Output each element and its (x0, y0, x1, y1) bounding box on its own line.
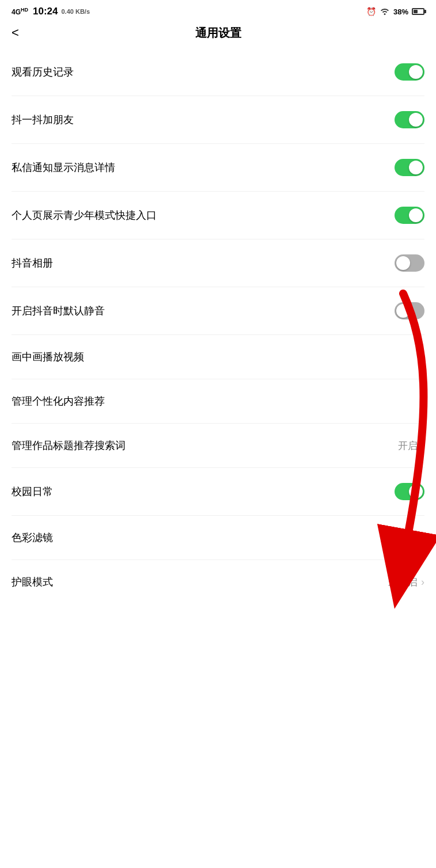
setting-control-shake-add-friend[interactable] (395, 111, 424, 128)
chevron-icon-manage-personalized: › (421, 395, 424, 408)
status-text-eye-care: 未开启 (388, 576, 418, 589)
setting-control-youth-mode-shortcut[interactable] (395, 207, 424, 224)
setting-label-shake-add-friend: 抖一抖加朋友 (12, 113, 74, 127)
setting-item-manage-personalized[interactable]: 管理个性化内容推荐 › (12, 379, 424, 424)
setting-item-watch-history: 观看历史记录 (12, 48, 424, 96)
setting-label-pip-video: 画中画播放视频 (12, 350, 84, 364)
setting-control-private-msg-notify[interactable] (395, 159, 424, 176)
setting-item-color-filter[interactable]: 色彩滤镜 未开启 › (12, 516, 424, 560)
status-text-color-filter: 未开启 (388, 531, 418, 545)
setting-control-eye-care[interactable]: 未开启 › (388, 576, 424, 589)
setting-label-youth-mode-shortcut: 个人页展示青少年模式快捷入口 (12, 208, 157, 222)
chevron-icon-eye-care: › (421, 576, 424, 588)
settings-list: 观看历史记录 抖一抖加朋友 私信通知显示消息详情 (0, 48, 436, 604)
status-left: 4GHD 10:24 0.40 KB/s (12, 6, 90, 17)
toggle-campus-daily[interactable] (395, 483, 424, 500)
toggle-douyin-album[interactable] (395, 254, 424, 272)
battery-display: 38% (393, 7, 408, 16)
setting-control-pip-video[interactable]: › (421, 351, 424, 363)
setting-label-douyin-album: 抖音相册 (12, 256, 53, 270)
setting-item-youth-mode-shortcut: 个人页展示青少年模式快捷入口 (12, 192, 424, 239)
setting-item-private-msg-notify: 私信通知显示消息详情 (12, 144, 424, 192)
setting-label-color-filter: 色彩滤镜 (12, 531, 53, 545)
setting-label-watch-history: 观看历史记录 (12, 65, 74, 79)
time-display: 10:24 (33, 6, 58, 17)
back-button[interactable]: < (12, 26, 19, 39)
toggle-private-msg-notify[interactable] (395, 159, 424, 176)
alarm-icon: ⏰ (366, 7, 376, 16)
toggle-shake-add-friend[interactable] (395, 111, 424, 128)
setting-control-manage-personalized[interactable]: › (421, 395, 424, 408)
setting-item-eye-care[interactable]: 护眼模式 未开启 › (12, 560, 424, 604)
setting-control-default-mute[interactable] (395, 302, 424, 319)
setting-control-douyin-album[interactable] (395, 254, 424, 272)
toggle-watch-history[interactable] (395, 63, 424, 81)
setting-item-manage-title-search[interactable]: 管理作品标题推荐搜索词 开启 › (12, 424, 424, 468)
status-bar: 4GHD 10:24 0.40 KB/s ⏰ 38% (0, 0, 436, 21)
page-header: < 通用设置 (0, 21, 436, 48)
setting-item-shake-add-friend: 抖一抖加朋友 (12, 96, 424, 144)
setting-control-watch-history[interactable] (395, 63, 424, 81)
setting-control-color-filter[interactable]: 未开启 › (388, 531, 424, 545)
setting-label-manage-personalized: 管理个性化内容推荐 (12, 394, 105, 408)
setting-label-default-mute: 开启抖音时默认静音 (12, 304, 105, 318)
setting-label-eye-care: 护眼模式 (12, 575, 53, 589)
setting-control-manage-title-search[interactable]: 开启 › (398, 439, 424, 452)
toggle-youth-mode-shortcut[interactable] (395, 207, 424, 224)
speed-display: 0.40 KB/s (62, 8, 90, 15)
setting-item-campus-daily: 校园日常 (12, 468, 424, 516)
setting-label-manage-title-search: 管理作品标题推荐搜索词 (12, 439, 126, 452)
page-title: 通用设置 (195, 25, 241, 41)
setting-item-douyin-album: 抖音相册 (12, 239, 424, 287)
chevron-icon-manage-title-search: › (421, 440, 424, 452)
chevron-icon-pip-video: › (421, 351, 424, 363)
wifi-icon (380, 7, 390, 17)
toggle-default-mute[interactable] (395, 302, 424, 319)
setting-item-pip-video[interactable]: 画中画播放视频 › (12, 335, 424, 379)
setting-item-default-mute: 开启抖音时默认静音 (12, 287, 424, 335)
status-right: ⏰ 38% (366, 7, 424, 17)
battery-icon (412, 8, 424, 15)
setting-label-private-msg-notify: 私信通知显示消息详情 (12, 161, 115, 174)
chevron-icon-color-filter: › (421, 532, 424, 544)
network-indicator: 4GHD (12, 7, 28, 16)
setting-label-campus-daily: 校园日常 (12, 485, 53, 498)
status-text-manage-title-search: 开启 (398, 439, 418, 452)
setting-control-campus-daily[interactable] (395, 483, 424, 500)
